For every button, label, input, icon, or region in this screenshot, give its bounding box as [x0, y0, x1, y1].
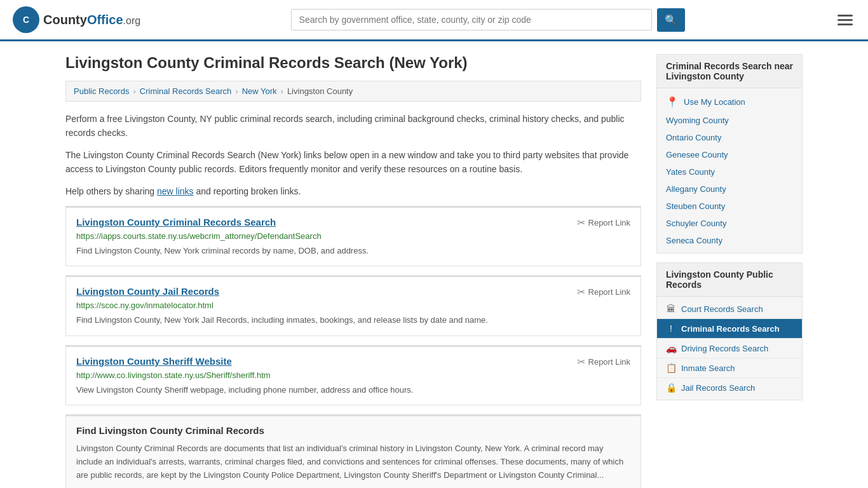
description-para2: The Livingston County Criminal Records S…: [65, 148, 641, 177]
public-records-title: Livingston County Public Records: [657, 263, 802, 297]
breadcrumb-public-records[interactable]: Public Records: [74, 86, 129, 96]
record-desc-0: Find Livingston County, New York crimina…: [76, 245, 630, 257]
record-desc-1: Find Livingston County, New York Jail Re…: [76, 314, 630, 327]
record-url-1[interactable]: https://scoc.ny.gov/inmatelocator.html: [76, 301, 630, 310]
record-title-1[interactable]: Livingston County Jail Records: [76, 286, 219, 297]
location-dot-icon: 📍: [666, 96, 679, 108]
breadcrumb-sep-2: ›: [235, 86, 238, 96]
record-header-2: Livingston County Sheriff Website ✂ Repo…: [76, 356, 630, 368]
pub-record-icon-1: !: [666, 323, 676, 334]
content-area: Livingston County Criminal Records Searc…: [65, 54, 641, 488]
find-section-text: Livingston County Criminal Records are d…: [76, 442, 630, 482]
nearby-county-0[interactable]: Wyoming County: [657, 112, 802, 129]
pub-record-link-4[interactable]: Jail Records Search: [681, 383, 755, 393]
report-label-2: Report Link: [588, 357, 630, 367]
search-input[interactable]: [291, 9, 652, 30]
report-label-1: Report Link: [588, 287, 630, 297]
use-my-location-item[interactable]: 📍 Use My Location: [657, 92, 802, 112]
nearby-county-6[interactable]: Schuyler County: [657, 215, 802, 232]
pub-record-icon-0: 🏛: [666, 304, 676, 314]
logo-icon: C: [13, 6, 39, 33]
records-container: Livingston County Criminal Records Searc…: [65, 206, 641, 406]
nearby-county-2[interactable]: Genesee County: [657, 146, 802, 163]
site-header: C CountyOffice.org 🔍: [0, 0, 868, 41]
record-header-0: Livingston County Criminal Records Searc…: [76, 217, 630, 229]
nearby-county-7[interactable]: Seneca County: [657, 232, 802, 249]
breadcrumb-sep-1: ›: [133, 86, 135, 96]
record-title-2[interactable]: Livingston County Sheriff Website: [76, 356, 232, 367]
pub-record-item-0[interactable]: 🏛 Court Records Search: [657, 299, 802, 319]
pub-record-item-2[interactable]: 🚗 Driving Records Search: [657, 339, 802, 358]
nearby-title: Criminal Records Search near Livingston …: [657, 55, 802, 88]
nearby-county-1[interactable]: Ontario County: [657, 129, 802, 146]
nearby-section: Criminal Records Search near Livingston …: [656, 54, 803, 254]
breadcrumb: Public Records › Criminal Records Search…: [65, 81, 641, 102]
record-title-0[interactable]: Livingston County Criminal Records Searc…: [76, 217, 276, 227]
new-links-link[interactable]: new links: [157, 186, 194, 196]
nearby-county-3[interactable]: Yates County: [657, 163, 802, 180]
breadcrumb-criminal-records[interactable]: Criminal Records Search: [140, 86, 232, 96]
pub-record-item-3[interactable]: 📋 Inmate Search: [657, 358, 802, 378]
breadcrumb-current: Livingston County: [287, 86, 353, 96]
report-link-0[interactable]: ✂ Report Link: [577, 217, 630, 229]
pub-record-link-0[interactable]: Court Records Search: [681, 304, 763, 314]
breadcrumb-sep-3: ›: [281, 86, 283, 96]
pub-record-link-3[interactable]: Inmate Search: [681, 363, 735, 373]
svg-text:C: C: [23, 15, 29, 25]
report-label-0: Report Link: [588, 218, 630, 227]
sidebar: Criminal Records Search near Livingston …: [656, 54, 803, 488]
pub-record-link-2[interactable]: Driving Records Search: [681, 344, 768, 353]
record-url-0[interactable]: https://iapps.courts.state.ny.us/webcrim…: [76, 231, 630, 241]
logo-text: CountyOffice.org: [43, 13, 140, 27]
record-header-1: Livingston County Jail Records ✂ Report …: [76, 286, 630, 298]
breadcrumb-new-york[interactable]: New York: [242, 86, 277, 96]
report-icon-0: ✂: [577, 217, 585, 229]
report-icon-2: ✂: [577, 356, 585, 368]
pub-record-icon-3: 📋: [666, 363, 676, 373]
report-link-2[interactable]: ✂ Report Link: [577, 356, 630, 368]
record-desc-2: View Livingston County Sheriff webpage, …: [76, 384, 630, 396]
nearby-county-5[interactable]: Steuben County: [657, 198, 802, 215]
use-my-location-link[interactable]: Use My Location: [684, 97, 745, 107]
search-area: 🔍: [291, 8, 685, 32]
pub-record-item-1[interactable]: ! Criminal Records Search: [657, 319, 802, 339]
description-para3: Help others by sharing new links and rep…: [65, 184, 641, 198]
record-entry-0: Livingston County Criminal Records Searc…: [65, 206, 641, 267]
main-container: Livingston County Criminal Records Searc…: [53, 41, 815, 488]
logo-area: C CountyOffice.org: [13, 6, 140, 33]
search-button[interactable]: 🔍: [657, 8, 685, 32]
nearby-list: 📍 Use My Location Wyoming County Ontario…: [657, 88, 802, 253]
public-records-list: 🏛 Court Records Search ! Criminal Record…: [657, 297, 802, 400]
record-entry-1: Livingston County Jail Records ✂ Report …: [65, 275, 641, 336]
pub-record-icon-2: 🚗: [666, 343, 676, 353]
find-section: Find Livingston County Criminal Records …: [65, 414, 641, 488]
pub-record-link-1[interactable]: Criminal Records Search: [681, 324, 780, 334]
page-title: Livingston County Criminal Records Searc…: [65, 54, 641, 72]
report-link-1[interactable]: ✂ Report Link: [577, 286, 630, 298]
nearby-county-4[interactable]: Allegany County: [657, 180, 802, 198]
report-icon-1: ✂: [577, 286, 585, 298]
find-section-title: Find Livingston County Criminal Records: [76, 425, 630, 436]
description-para1: Perform a free Livingston County, NY pub…: [65, 112, 641, 140]
public-records-section: Livingston County Public Records 🏛 Court…: [656, 262, 803, 400]
record-url-2[interactable]: http://www.co.livingston.state.ny.us/She…: [76, 370, 630, 380]
record-entry-2: Livingston County Sheriff Website ✂ Repo…: [65, 345, 641, 406]
pub-record-item-4[interactable]: 🔒 Jail Records Search: [657, 378, 802, 397]
pub-record-icon-4: 🔒: [666, 383, 676, 393]
menu-button[interactable]: [835, 12, 855, 28]
